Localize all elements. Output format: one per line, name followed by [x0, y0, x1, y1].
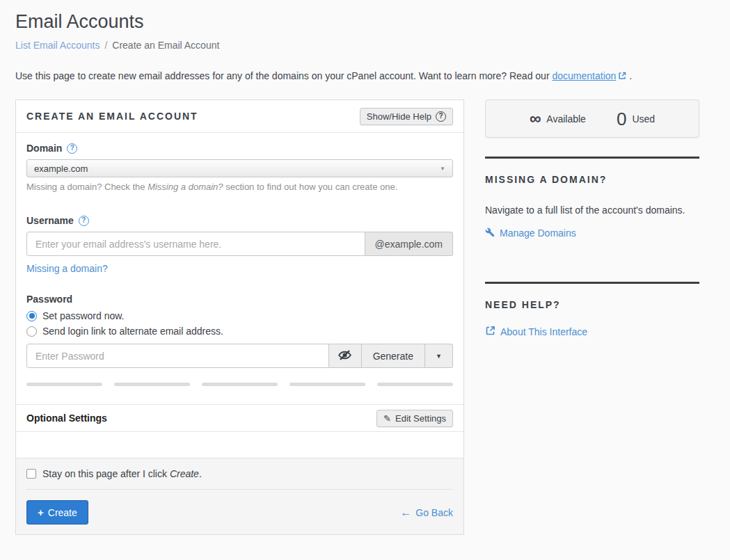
optional-settings-row: Optional Settings ✎ Edit Settings [16, 404, 463, 432]
username-input[interactable] [26, 232, 365, 256]
username-label: Username ? [26, 215, 453, 226]
domain-section: Domain ? example.com ▼ Missing a domain?… [26, 143, 453, 192]
missing-domain-text: Navigate to a full list of the account's… [485, 203, 699, 218]
password-input[interactable] [26, 344, 329, 368]
missing-domain-link[interactable]: Missing a domain? [26, 263, 108, 274]
chevron-down-icon: ▼ [440, 166, 445, 172]
create-button[interactable]: + Create [26, 500, 88, 525]
sidebar-divider [485, 157, 699, 159]
stay-on-page-checkbox-row[interactable]: Stay on this page after I click Create. [26, 468, 453, 489]
password-strength-meter [26, 383, 453, 386]
sidebar-divider [485, 282, 699, 284]
password-section: Password Set password now. Send login li… [26, 294, 453, 386]
chevron-down-icon: ▼ [436, 353, 442, 360]
radio-icon-unchecked[interactable] [26, 326, 37, 337]
edit-settings-button[interactable]: ✎ Edit Settings [376, 410, 453, 427]
used-count: 0 [617, 110, 626, 128]
panel-body: Domain ? example.com ▼ Missing a domain?… [16, 133, 463, 404]
sidebar: ∞ Available 0 Used MISSING A DOMAIN? Nav… [485, 99, 699, 339]
username-input-group: @example.com [26, 232, 453, 256]
panel-header: CREATE AN EMAIL ACCOUNT Show/Hide Help ? [16, 100, 463, 133]
breadcrumb-separator: / [104, 40, 107, 51]
panel-title: CREATE AN EMAIL ACCOUNT [26, 111, 198, 122]
wrench-icon [485, 227, 495, 239]
domain-select[interactable]: example.com ▼ [26, 159, 453, 177]
intro-text: Use this page to create new email addres… [15, 70, 699, 82]
breadcrumb-current: Create an Email Account [112, 40, 219, 51]
account-quota-stats: ∞ Available 0 Used [485, 99, 699, 138]
stay-on-page-checkbox[interactable] [26, 469, 36, 479]
manage-domains-link[interactable]: Manage Domains [485, 227, 576, 239]
missing-domain-heading: MISSING A DOMAIN? [485, 174, 699, 185]
need-help-section: NEED HELP? About This Interface [485, 299, 699, 339]
missing-domain-section: MISSING A DOMAIN? Navigate to a full lis… [485, 174, 699, 240]
external-link-icon [485, 326, 495, 338]
domain-label: Domain ? [26, 143, 453, 154]
radio-set-password-now[interactable]: Set password now. [26, 310, 453, 321]
radio-send-login-link[interactable]: Send login link to alternate email addre… [26, 326, 453, 337]
documentation-link[interactable]: documentation [552, 70, 616, 81]
page-root: Email Accounts List Email Accounts/Creat… [0, 0, 730, 535]
infinity-icon: ∞ [530, 111, 541, 127]
intro-text-before: Use this page to create new email addres… [15, 70, 552, 81]
username-help-icon[interactable]: ? [79, 216, 89, 226]
breadcrumb: List Email Accounts/Create an Email Acco… [15, 40, 699, 51]
go-back-link[interactable]: ← Go Back [400, 506, 453, 519]
breadcrumb-link-list-email-accounts[interactable]: List Email Accounts [15, 40, 100, 51]
toggle-password-visibility-button[interactable] [329, 344, 362, 368]
domain-helper-text: Missing a domain? Check the Missing a do… [26, 182, 453, 192]
radio-icon-checked[interactable] [26, 311, 37, 321]
username-section: Username ? @example.com Missing a domain… [26, 215, 453, 275]
password-strength-bar [26, 383, 102, 386]
domain-select-value: example.com [34, 163, 88, 174]
panel-footer: Stay on this page after I click Create. … [16, 458, 463, 534]
eye-slash-icon [338, 348, 352, 365]
password-label: Password [26, 294, 453, 305]
external-link-icon [618, 71, 626, 82]
password-strength-bar [377, 383, 453, 386]
intro-text-after: . [626, 70, 632, 81]
create-email-panel: CREATE AN EMAIL ACCOUNT Show/Hide Help ?… [15, 99, 464, 535]
optional-settings-label: Optional Settings [26, 413, 107, 424]
password-strength-bar [289, 383, 365, 386]
password-input-group: Generate ▼ [26, 344, 453, 368]
password-strength-bar [202, 383, 278, 386]
need-help-heading: NEED HELP? [485, 299, 699, 310]
generate-options-dropdown-button[interactable]: ▼ [425, 344, 453, 368]
stay-on-page-label: Stay on this page after I click Create. [42, 468, 202, 479]
password-strength-bar [114, 383, 190, 386]
used-stat: 0 Used [617, 110, 655, 128]
pencil-icon: ✎ [383, 413, 391, 424]
help-circle-icon: ? [436, 111, 446, 122]
about-this-interface-link[interactable]: About This Interface [485, 326, 587, 338]
generate-password-button[interactable]: Generate [362, 344, 425, 368]
back-arrow-icon: ← [400, 506, 411, 519]
plus-icon: + [38, 506, 44, 518]
username-domain-addon: @example.com [365, 232, 453, 256]
domain-help-icon[interactable]: ? [67, 143, 77, 154]
footer-actions: + Create ← Go Back [26, 490, 453, 525]
page-title: Email Accounts [15, 11, 699, 33]
available-stat: ∞ Available [530, 111, 586, 127]
main-row: CREATE AN EMAIL ACCOUNT Show/Hide Help ?… [15, 99, 699, 535]
show-hide-help-button[interactable]: Show/Hide Help ? [360, 108, 453, 125]
optional-settings-empty-area [16, 432, 463, 458]
